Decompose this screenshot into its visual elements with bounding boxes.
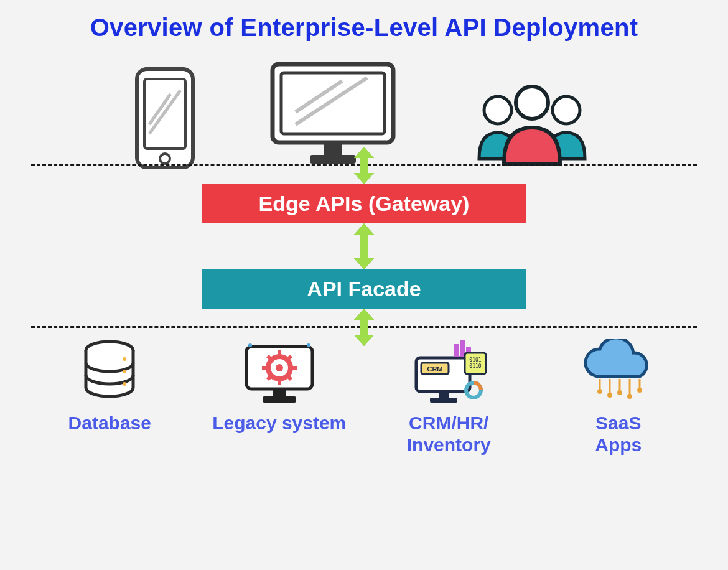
svg-line-26 — [268, 356, 271, 360]
svg-point-11 — [484, 96, 511, 124]
backend-database: Database — [35, 339, 184, 434]
page-title: Overview of Enterprise-Level API Deploym… — [0, 0, 728, 42]
svg-point-54 — [637, 388, 642, 393]
svg-rect-19 — [273, 390, 286, 396]
svg-point-12 — [553, 96, 580, 124]
backend-label: SaaS Apps — [595, 413, 642, 456]
svg-line-28 — [268, 376, 271, 380]
bidir-arrow-icon — [353, 147, 375, 184]
svg-point-52 — [617, 390, 622, 395]
svg-point-53 — [627, 394, 632, 399]
backend-saas: SaaS Apps — [544, 339, 693, 456]
backend-crm: CRM 0101 0110 CRM/HR/ Inventory — [374, 339, 523, 456]
svg-line-29 — [287, 356, 291, 360]
backend-legacy: Legacy system — [205, 339, 354, 434]
svg-text:CRM: CRM — [427, 365, 443, 373]
database-icon — [78, 339, 141, 408]
svg-text:0101: 0101 — [470, 357, 482, 363]
svg-point-50 — [597, 389, 602, 394]
backend-row: Database — [0, 328, 728, 456]
svg-text:0110: 0110 — [470, 363, 482, 369]
api-facade-box: API Facade — [202, 269, 526, 309]
svg-point-51 — [607, 393, 612, 398]
bidir-arrow-icon — [353, 223, 375, 269]
svg-rect-38 — [454, 344, 459, 357]
crm-icon: CRM 0101 0110 — [405, 339, 492, 408]
svg-rect-36 — [439, 393, 449, 398]
svg-point-17 — [123, 382, 126, 386]
backend-label: CRM/HR/ Inventory — [407, 413, 491, 456]
edge-api-box: Edge APIs (Gateway) — [202, 184, 526, 223]
cloud-icon — [575, 339, 662, 408]
svg-point-30 — [276, 364, 283, 371]
svg-point-15 — [123, 357, 126, 361]
backend-label: Legacy system — [212, 413, 346, 434]
svg-point-13 — [516, 86, 548, 119]
svg-rect-37 — [430, 398, 457, 403]
backend-label: Database — [68, 413, 151, 434]
bidir-arrow-icon — [353, 309, 375, 346]
legacy-icon — [239, 339, 320, 408]
svg-point-16 — [123, 370, 126, 373]
svg-rect-20 — [263, 396, 296, 403]
svg-line-27 — [287, 376, 291, 380]
